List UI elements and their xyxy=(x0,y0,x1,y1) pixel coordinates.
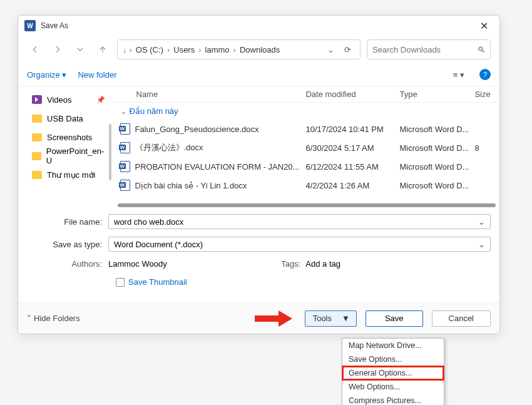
docx-icon xyxy=(120,142,130,153)
recent-button[interactable] xyxy=(72,41,88,58)
tools-button[interactable]: Tools▼ xyxy=(305,310,357,327)
file-row[interactable]: PROBATION EVALUATION FORM - JAN20...6/12… xyxy=(111,157,503,176)
file-date: 10/17/2024 10:41 PM xyxy=(305,125,399,134)
menu-compress-pictures[interactable]: Compress Pictures... xyxy=(342,394,444,405)
file-row[interactable]: Falun_Gong_Pseudoscience.docx10/17/2024 … xyxy=(111,120,503,138)
folder-icon xyxy=(32,171,42,179)
docx-icon xyxy=(120,123,130,135)
savetype-dropdown[interactable]: ⌄ xyxy=(478,240,485,249)
file-date: 6/12/2024 11:55 AM xyxy=(305,162,399,172)
authors-label: Authors: xyxy=(27,259,108,269)
file-name: Dịch bài chia sẻ - Yi Lin 1.docx xyxy=(135,181,306,190)
search-icon: 🔍︎ xyxy=(478,45,486,54)
filename-row: File name: ⌄ xyxy=(18,212,499,231)
menu-general-options[interactable]: General Options... xyxy=(342,366,444,380)
sidebar-item-usbdata[interactable]: USB Data xyxy=(18,109,111,128)
dialog-body: Videos📌 USB Data Screenshots PowerPoint_… xyxy=(18,86,499,208)
filename-dropdown[interactable]: ⌄ xyxy=(478,217,485,227)
file-list: Name Date modified Type Size ⌄Đầu năm nà… xyxy=(111,86,503,208)
file-date: 4/2/2024 1:26 AM xyxy=(305,181,399,190)
search-input[interactable] xyxy=(372,45,478,54)
pin-icon: 📌 xyxy=(96,96,105,104)
folder-icon xyxy=(32,133,42,141)
thumbnail-row: Save Thumbnail xyxy=(18,271,499,287)
filename-label: File name: xyxy=(27,217,108,227)
menu-map-network-drive[interactable]: Map Network Drive... xyxy=(342,339,444,352)
file-size: 8 xyxy=(474,143,502,153)
tools-menu: Map Network Drive... Save Options... Gen… xyxy=(342,338,444,405)
video-icon xyxy=(32,95,42,104)
help-button[interactable]: ? xyxy=(479,69,491,80)
refresh-button[interactable]: ⟳ xyxy=(340,45,355,54)
search-box[interactable]: 🔍︎ xyxy=(367,39,491,59)
save-as-dialog: W Save As ✕ ↓ › OS (C:)› Users› lammo› D… xyxy=(18,15,500,334)
download-icon: ↓ xyxy=(123,45,127,54)
tags-value[interactable]: Add a tag xyxy=(305,259,340,269)
savetype-select[interactable]: Word Document (*.docx)⌄ xyxy=(108,237,491,252)
col-date[interactable]: Date modified xyxy=(305,90,399,99)
file-row[interactable]: Dịch bài chia sẻ - Yi Lin 1.docx4/2/2024… xyxy=(111,176,503,195)
forward-button[interactable] xyxy=(49,41,66,58)
dialog-title: Save As xyxy=(41,21,474,30)
sidebar-item-screenshots[interactable]: Screenshots xyxy=(18,128,111,146)
sidebar-item-videos[interactable]: Videos📌 xyxy=(18,90,111,109)
address-bar[interactable]: ↓ › OS (C:)› Users› lammo› Downloads ⌄ ⟳ xyxy=(117,39,361,59)
annotation-arrow xyxy=(255,312,296,326)
menu-web-options[interactable]: Web Options... xyxy=(342,380,444,394)
sidebar-item-newfolder[interactable]: Thư mục mới xyxy=(18,165,111,184)
sidebar: Videos📌 USB Data Screenshots PowerPoint_… xyxy=(18,86,111,208)
filename-input[interactable]: ⌄ xyxy=(108,214,491,229)
crumb-2[interactable]: lammo xyxy=(204,45,231,54)
folder-icon xyxy=(32,152,41,160)
file-row[interactable]: 《丹溪心法》.docx6/30/2024 5:17 AMMicrosoft Wo… xyxy=(111,138,503,157)
file-type: Microsoft Word D... xyxy=(399,125,474,134)
crumb-3[interactable]: Downloads xyxy=(238,45,281,54)
docx-icon xyxy=(120,180,130,191)
file-type: Microsoft Word D... xyxy=(399,162,474,172)
up-button[interactable] xyxy=(95,41,111,58)
new-folder-button[interactable]: New folder xyxy=(78,70,116,79)
authors-value[interactable]: Lammoc Woody xyxy=(108,259,167,269)
word-icon: W xyxy=(24,20,36,31)
view-menu[interactable]: ≡ ▾ xyxy=(449,70,468,79)
meta-row: Authors: Lammoc Woody Tags: Add a tag xyxy=(18,256,499,271)
file-type: Microsoft Word D... xyxy=(399,143,474,153)
file-name: Falun_Gong_Pseudoscience.docx xyxy=(135,125,306,134)
menu-save-options[interactable]: Save Options... xyxy=(342,352,444,366)
group-header[interactable]: ⌄Đầu năm này xyxy=(111,103,503,120)
organize-menu[interactable]: Organize ▾ xyxy=(27,70,66,79)
horizontal-scrollbar[interactable] xyxy=(118,203,496,207)
col-name[interactable]: Name xyxy=(111,90,306,99)
chevron-down-icon: ▼ xyxy=(342,314,350,323)
sidebar-item-powerpoint[interactable]: PowerPoint_en-U xyxy=(18,146,111,165)
chevron-up-icon: ˄ xyxy=(27,314,31,323)
cancel-button[interactable]: Cancel xyxy=(432,310,491,327)
back-button[interactable] xyxy=(27,41,43,58)
chevron-down-icon: ⌄ xyxy=(120,106,127,116)
nav-row: ↓ › OS (C:)› Users› lammo› Downloads ⌄ ⟳… xyxy=(18,36,499,63)
save-thumbnail-label[interactable]: Save Thumbnail xyxy=(128,277,187,287)
save-thumbnail-checkbox[interactable] xyxy=(116,278,125,287)
close-button[interactable]: ✕ xyxy=(474,20,493,32)
hide-folders-button[interactable]: ˄Hide Folders xyxy=(27,314,80,323)
file-date: 6/30/2024 5:17 AM xyxy=(305,143,399,153)
file-name: 《丹溪心法》.docx xyxy=(135,142,306,153)
footer: ˄Hide Folders Tools▼ Save Cancel xyxy=(18,302,499,334)
save-button[interactable]: Save xyxy=(366,310,423,327)
address-dropdown[interactable]: ⌄ xyxy=(324,45,338,54)
file-type: Microsoft Word D... xyxy=(399,181,474,190)
folder-icon xyxy=(32,115,42,123)
savetype-label: Save as type: xyxy=(27,240,108,249)
list-header: Name Date modified Type Size xyxy=(111,86,503,103)
crumb-1[interactable]: Users xyxy=(172,45,196,54)
titlebar: W Save As ✕ xyxy=(18,16,499,36)
crumb-0[interactable]: OS (C:) xyxy=(135,45,165,54)
col-type[interactable]: Type xyxy=(399,90,474,99)
file-name: PROBATION EVALUATION FORM - JAN20... xyxy=(135,162,306,172)
tags-label: Tags: xyxy=(281,259,305,269)
savetype-row: Save as type: Word Document (*.docx)⌄ xyxy=(18,235,499,254)
toolbar: Organize ▾ New folder ≡ ▾ ? xyxy=(18,63,499,86)
docx-icon xyxy=(120,161,130,172)
col-size[interactable]: Size xyxy=(474,90,502,99)
